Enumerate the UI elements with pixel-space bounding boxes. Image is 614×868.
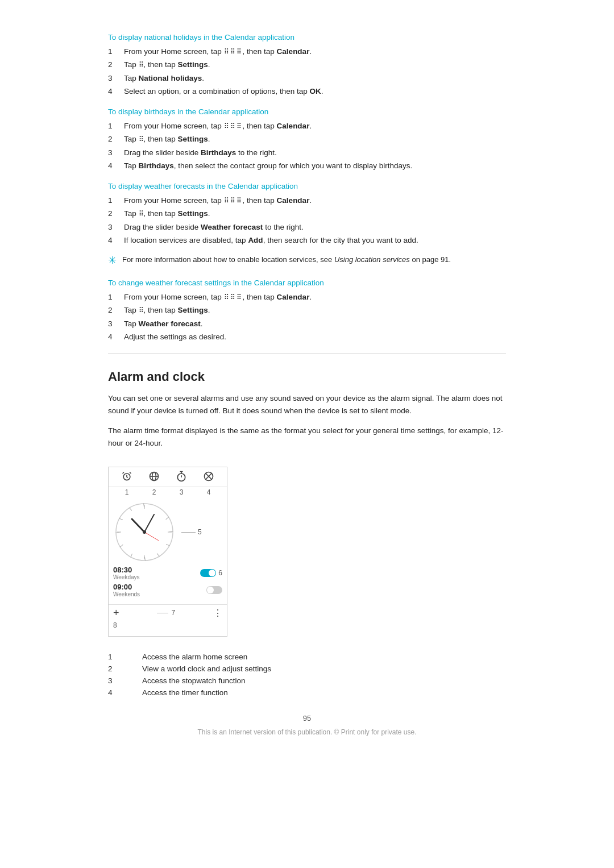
page-number: 95: [108, 714, 506, 722]
step-num: 2: [108, 59, 124, 70]
step-num: 2: [108, 305, 124, 316]
step-text: Drag the slider beside Birthdays to the …: [124, 147, 506, 159]
alarm-row-2: 09:00 Weekends: [113, 583, 222, 597]
timer-icon: [195, 471, 222, 484]
nl-num: 4: [108, 688, 142, 697]
num-label-2: 2: [140, 488, 168, 496]
alarm1-toggle[interactable]: [200, 569, 216, 577]
step-item: 3 Drag the slider beside Weather forecas…: [108, 222, 506, 233]
alarm-para2: The alarm time format displayed is the s…: [108, 425, 506, 450]
steps-change-weather: 1 From your Home screen, tap ⠿⠿⠿, then t…: [108, 292, 506, 343]
stopwatch-icon: [168, 471, 195, 484]
step-text: Tap ⠿, then tap Settings.: [124, 208, 506, 219]
step-item: 1 From your Home screen, tap ⠿⠿⠿, then t…: [108, 121, 506, 132]
num-label-item-2: 2 View a world clock and adjust settings: [108, 665, 506, 673]
alarm-time-2: 09:00 Weekends: [113, 583, 140, 597]
label-8: 8: [113, 621, 117, 629]
step-num: 3: [108, 318, 124, 330]
note-icon: ✳: [108, 253, 117, 268]
clock-num-row: 1 2 3 4: [109, 488, 227, 496]
num-label-4: 4: [195, 488, 222, 496]
alarm2-toggle[interactable]: [206, 586, 222, 594]
step-text: Adjust the settings as desired.: [124, 331, 506, 343]
step-num: 4: [108, 331, 124, 343]
num-label-item-3: 3 Access the stopwatch function: [108, 676, 506, 685]
step-item: 2 Tap ⠿, then tap Settings.: [108, 59, 506, 70]
clock-face-svg: [113, 501, 176, 563]
add-alarm-icon[interactable]: +: [113, 607, 119, 619]
nl-text: View a world clock and adjust settings: [142, 665, 271, 673]
alarm-bottom-bar: + 7 ⋮: [109, 604, 227, 620]
step-item: 1 From your Home screen, tap ⠿⠿⠿, then t…: [108, 292, 506, 303]
step-num: 1: [108, 195, 124, 206]
step-num: 4: [108, 160, 124, 172]
clock-face-section: 5: [109, 496, 227, 563]
step-num: 1: [108, 121, 124, 132]
note-box: ✳ For more information about how to enab…: [108, 254, 506, 268]
step-text: From your Home screen, tap ⠿⠿⠿, then tap…: [124, 195, 506, 206]
nl-text: Access the stopwatch function: [142, 676, 246, 685]
step-num: 2: [108, 134, 124, 145]
clock-top-icons: [109, 467, 227, 487]
step-item: 4 Adjust the settings as desired.: [108, 331, 506, 343]
alarm-section-heading: Alarm and clock: [108, 369, 506, 384]
num-label-3: 3: [168, 488, 195, 496]
heading-weather: To display weather forecasts in the Cale…: [108, 182, 506, 190]
steps-weather: 1 From your Home screen, tap ⠿⠿⠿, then t…: [108, 195, 506, 246]
heading-change-weather: To change weather forecast settings in t…: [108, 279, 506, 287]
step-text: Tap ⠿, then tap Settings.: [124, 305, 506, 316]
clock-diagram: 1 2 3 4: [108, 467, 227, 637]
step-item: 3 Tap Weather forecast.: [108, 318, 506, 330]
nl-num: 3: [108, 676, 142, 685]
step-text: Tap National holidays.: [124, 73, 506, 84]
step-item: 4 Tap Birthdays, then select the contact…: [108, 160, 506, 172]
alarm-icon: [113, 471, 140, 484]
steps-birthdays: 1 From your Home screen, tap ⠿⠿⠿, then t…: [108, 121, 506, 172]
world-clock-icon: [140, 471, 168, 484]
nl-num: 2: [108, 665, 142, 673]
step-item: 2 Tap ⠿, then tap Settings.: [108, 208, 506, 219]
num-label-item-1: 1 Access the alarm home screen: [108, 653, 506, 661]
step-item: 3 Drag the slider beside Birthdays to th…: [108, 147, 506, 159]
step-text: From your Home screen, tap ⠿⠿⠿, then tap…: [124, 292, 506, 303]
svg-point-26: [143, 530, 146, 534]
step-item: 1 From your Home screen, tap ⠿⠿⠿, then t…: [108, 195, 506, 206]
step-item: 4 If location services are disabled, tap…: [108, 235, 506, 246]
label-8-area: 8: [109, 620, 227, 630]
num-list-below: 1 Access the alarm home screen 2 View a …: [108, 653, 506, 697]
clock-diagram-area: 1 2 3 4: [108, 456, 506, 647]
step-text: Select an option, or a combination of op…: [124, 86, 506, 97]
step-num: 3: [108, 147, 124, 159]
step-text: Tap Birthdays, then select the contact g…: [124, 160, 506, 172]
label-7: 7: [157, 609, 175, 617]
steps-national-holidays: 1 From your Home screen, tap ⠿⠿⠿, then t…: [108, 46, 506, 97]
num-label-1: 1: [113, 488, 140, 496]
heading-national-holidays: To display national holidays in the Cale…: [108, 33, 506, 41]
step-item: 2 Tap ⠿, then tap Settings.: [108, 134, 506, 145]
step-text: Tap Weather forecast.: [124, 318, 506, 330]
nl-text: Access the timer function: [142, 688, 228, 697]
alarm-time-1: 08:30 Weekdays: [113, 566, 140, 580]
step-text: If location services are disabled, tap A…: [124, 235, 506, 246]
step-num: 4: [108, 235, 124, 246]
step-item: 3 Tap National holidays.: [108, 73, 506, 84]
step-text: From your Home screen, tap ⠿⠿⠿, then tap…: [124, 121, 506, 132]
footer-text: This is an Internet version of this publ…: [108, 728, 506, 736]
alarm-rows: 08:30 Weekdays 6 09:00 Weekends: [109, 563, 227, 602]
num-label-item-4: 4 Access the timer function: [108, 688, 506, 697]
section-divider: [108, 353, 506, 354]
step-text: Tap ⠿, then tap Settings.: [124, 134, 506, 145]
step-text: Tap ⠿, then tap Settings.: [124, 59, 506, 70]
step-num: 3: [108, 73, 124, 84]
num-labels-7-8: 7: [157, 609, 175, 618]
more-options-icon[interactable]: ⋮: [213, 608, 222, 618]
clock-face-wrapper: [113, 501, 176, 563]
step-item: 2 Tap ⠿, then tap Settings.: [108, 305, 506, 316]
label-5-area: 5: [181, 528, 202, 536]
heading-birthdays: To display birthdays in the Calendar app…: [108, 107, 506, 116]
step-num: 3: [108, 222, 124, 233]
alarm-para1: You can set one or several alarms and us…: [108, 392, 506, 418]
note-text: For more information about how to enable…: [122, 254, 451, 265]
step-num: 1: [108, 292, 124, 303]
step-num: 4: [108, 86, 124, 97]
